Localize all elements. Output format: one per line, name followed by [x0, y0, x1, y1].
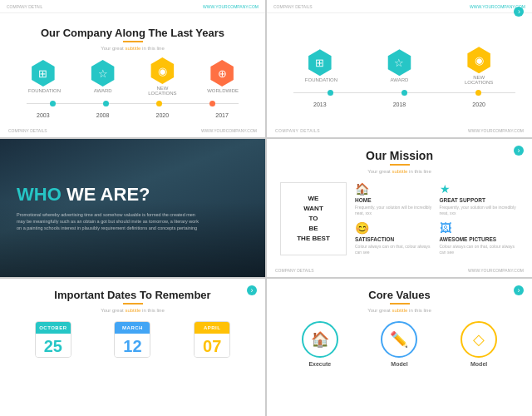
cell-company-history: COMPANY DETAIL WWW.YOURCOMPANY.COM Our C…: [0, 0, 265, 137]
date-march: MARCH 12: [114, 321, 150, 358]
pictures-icon: 🖼: [440, 221, 520, 235]
cell4-footer-left: COMPANY DETAILS: [275, 268, 314, 273]
satisfaction-icon: 😊: [355, 221, 435, 235]
cv-items-row: 🏠 Execute ✏️ Model ◇ Model: [280, 321, 519, 367]
top-bar-center: WWW.YOURCOMPANY.COM: [203, 4, 259, 9]
cal-day-march: 12: [115, 334, 150, 358]
years-row-1: 2003 2008 2020 2017: [13, 112, 252, 118]
company-history-title: Our Company Along The Last Years: [13, 27, 252, 39]
award-icon-2: ☆: [386, 49, 412, 76]
cell2-footer-right: WWW.YOURCOMPANY.COM: [468, 128, 524, 133]
award-icon: ☆: [90, 60, 116, 87]
cv-sub: Your great subtitle in this line: [280, 308, 519, 313]
timeline-2: [293, 90, 515, 97]
mission-title: Our Mission: [280, 149, 519, 162]
nav-indicator-4[interactable]: ›: [514, 146, 524, 156]
dates-sub: Your great subtitle in this line: [13, 308, 252, 313]
date-april: APRIL 07: [194, 321, 230, 358]
nav-indicator-2[interactable]: [514, 7, 524, 17]
execute-icon: 🏠: [302, 321, 338, 358]
dates-title: Important Dates To Remember: [13, 289, 252, 301]
cell-who-we-are: WHO WE ARE? Promotional whereby advertis…: [0, 139, 265, 276]
model-edit-icon: ✏️: [381, 321, 417, 358]
want-text: WE WANT TO BE THE BEST: [297, 194, 330, 244]
foundation-icon-2: ⊞: [307, 49, 333, 76]
foundation-icon: ⊞: [30, 60, 57, 87]
company-icons-row-2: ⊞ FOUNDATION ☆ AWARD ◉ NEW LOCATIONS: [280, 47, 519, 85]
years-row-2: 2013 2018 2020: [280, 102, 519, 107]
mission-body: WE WANT TO BE THE BEST 🏠 HOME Frequently…: [280, 182, 519, 255]
mission-sub: Your great subtitle in this line: [280, 169, 519, 174]
date-october: OCTOBER 25: [35, 321, 71, 358]
cal-day-april: 07: [195, 334, 229, 358]
company-history-sub: Your great subtitle in this line: [13, 46, 252, 51]
cell2-footer-left: COMPANY DETAILS: [275, 128, 320, 133]
cv-title: Core Values: [280, 289, 519, 301]
nav-indicator-6[interactable]: ›: [514, 285, 524, 295]
cell4-footer-right: WWW.YOURCOMPANY.COM: [468, 268, 524, 273]
cell-timeline-partial: COMPANY DETAILS WWW.YOURCOMPANY.COM ⊞ FO…: [267, 0, 532, 137]
calendar-april: APRIL 07: [194, 321, 230, 358]
execute-label: Execute: [308, 361, 331, 367]
worldwide-icon: ⊕: [209, 60, 235, 87]
mission-items: 🏠 HOME Frequently, your solution will be…: [355, 182, 519, 255]
who-we-are-description: Promotional whereby advertising time and…: [17, 211, 200, 232]
mission-item-pictures: 🖼 AWESOME PICTURES Colour always can on …: [440, 221, 520, 255]
cell1-footer-left: COMPANY DETAILS: [8, 128, 47, 133]
cell-core-values: Core Values Your great subtitle in this …: [267, 279, 532, 416]
cv-item-model-2: ◇ Model: [461, 321, 497, 367]
mission-want-card: WE WANT TO BE THE BEST: [280, 182, 347, 255]
model-label-1: Model: [391, 361, 407, 367]
locations-icon-2: ◉: [466, 47, 492, 73]
cv-item-execute: 🏠 Execute: [302, 321, 338, 367]
cal-month-april: APRIL: [195, 322, 229, 334]
timeline-1: [27, 101, 239, 107]
mission-item-support: ★ GREAT SUPPORT Frequently, your solutio…: [440, 182, 520, 216]
cell1-footer-right: WWW.YOURCOMPANY.COM: [201, 128, 257, 133]
cal-day-october: 25: [36, 334, 71, 358]
model-label-2: Model: [470, 361, 487, 367]
support-icon: ★: [440, 182, 520, 196]
who-text-rest: WE ARE?: [62, 184, 150, 205]
company-icons-row: ⊞ FOUNDATION ☆ AWARD ◉ NEW LOCATIONS ⊕ W…: [13, 57, 252, 96]
who-text-who: WHO: [17, 184, 62, 205]
calendar-october: OCTOBER 25: [35, 321, 71, 358]
calendar-march: MARCH 12: [114, 321, 150, 358]
mission-item-satisfaction: 😊 SATISFACTION Colour always can on that…: [355, 221, 435, 255]
main-grid: COMPANY DETAIL WWW.YOURCOMPANY.COM Our C…: [0, 0, 532, 416]
cell-important-dates: Important Dates To Remember Your great s…: [0, 279, 265, 416]
locations-icon: ◉: [149, 57, 175, 84]
cell-our-mission: Our Mission Your great subtitle in this …: [267, 139, 532, 276]
home-icon: 🏠: [355, 182, 435, 196]
nav-indicator-5[interactable]: ›: [247, 285, 257, 295]
cal-month-october: OCTOBER: [36, 322, 71, 334]
top-bar-left: COMPANY DETAIL: [7, 4, 42, 9]
cv-item-model-1: ✏️ Model: [381, 321, 417, 367]
dates-row: OCTOBER 25 MARCH 12 APRIL: [13, 321, 252, 358]
who-we-are-heading: WHO WE ARE?: [17, 185, 150, 205]
mission-item-home: 🏠 HOME Frequently, your solution will be…: [355, 182, 435, 216]
cal-month-march: MARCH: [115, 322, 150, 334]
diamond-icon: ◇: [461, 321, 497, 358]
